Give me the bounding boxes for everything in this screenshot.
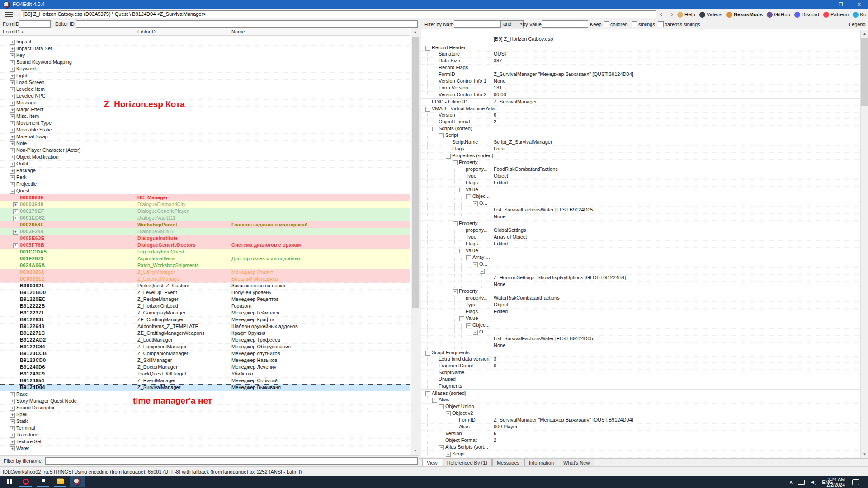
detail-row-script[interactable]: −Script (421, 132, 860, 139)
tree-record-Z_LootManager[interactable]: B9122AD2Z_LootManagerМенеджер Трофееев (0, 337, 410, 344)
tree-record-Z_DoctorManager[interactable]: B91240D6Z_DoctorManagerМенеджер Лечения (0, 364, 410, 371)
tree-scrollbar[interactable]: ▲ ▼ (411, 28, 419, 455)
tree-record-Z_EquipmentManager[interactable]: B9122C84Z_EquipmentManagerМенеджер Обору… (0, 343, 410, 351)
expander-plus-icon[interactable]: + (10, 440, 15, 445)
tree-record-ZE_CraftingManager[interactable]: B9122631ZE_CraftingManagerМенеджер Крафт… (0, 316, 410, 324)
expander-plus-icon[interactable]: + (10, 182, 15, 187)
expander-minus-icon[interactable]: − (466, 194, 471, 199)
detail-row-object-union[interactable]: −Object Union (421, 403, 860, 410)
column-formid[interactable]: FormID (3, 29, 19, 34)
tab-messages[interactable]: Messages (492, 459, 524, 466)
expander-minus-icon[interactable]: − (459, 188, 464, 192)
nav-forward-button[interactable]: › (667, 10, 677, 19)
expander-plus-icon[interactable]: + (10, 47, 15, 52)
tab-information[interactable]: Information (524, 459, 558, 466)
tab-view[interactable]: View (422, 459, 442, 466)
detail-row-form-version[interactable]: Form Version131 (421, 84, 860, 92)
tree-record-AspirationalItems[interactable]: 001F2673AspirationalItemsДля торговцев и… (0, 255, 410, 263)
tree-category-impact[interactable]: +Impact (0, 38, 410, 46)
toolbar-link-discord[interactable]: Discord (794, 12, 819, 18)
tree-record-Z_CompanionManager[interactable]: B9123CCBZ_CompanionManagerМенеджер спутн… (0, 350, 410, 357)
expander-plus-icon[interactable]: + (10, 101, 15, 106)
tree-record-HC_Manager[interactable]: 0000080EHC_Manager (0, 194, 410, 202)
expander-minus-icon[interactable]: − (480, 269, 485, 274)
expander-minus-icon[interactable]: − (439, 404, 444, 409)
expander-plus-icon[interactable]: + (10, 87, 15, 92)
tree-record-Z_SurvivalManager[interactable]: B9124D04Z_SurvivalManagerМенеджер Выжива… (0, 384, 410, 391)
tree-record-DialogueVault81[interactable]: +0003F244DialogueVault81 (0, 228, 410, 235)
tree-category-keyword[interactable]: +Keyword (0, 66, 410, 73)
tree-category-non-player-character-actor[interactable]: +Non-Player Character (Actor) (0, 147, 410, 154)
expander-minus-icon[interactable]: − (453, 289, 458, 294)
expander-plus-icon[interactable]: + (10, 60, 15, 65)
expander-plus-icon[interactable]: + (13, 230, 18, 235)
detail-row-property[interactable]: property...FoodRiskCombatantFactions (421, 166, 860, 173)
detail-row-property[interactable]: −Property (421, 159, 860, 166)
detail-row-value-33[interactable]: − (421, 267, 860, 275)
expander-plus-icon[interactable]: + (10, 433, 15, 438)
tree-record-ZE_CraftingManagerWeapons[interactable]: B912271CZE_CraftingManagerWeaponsКрафт О… (0, 330, 410, 337)
expander-plus-icon[interactable]: + (10, 128, 15, 133)
expander-minus-icon[interactable]: − (466, 323, 471, 328)
expander-plus-icon[interactable]: + (13, 209, 18, 214)
tree-record-WorkshopParent[interactable]: 0002058EWorkshopParentГлавное задание в … (0, 221, 410, 229)
toolbar-link-patreon[interactable]: Patreon (823, 12, 849, 18)
detail-row-alias[interactable]: −Alias (421, 396, 860, 404)
tree-record-DialogueGenericDoctors[interactable]: +0005F76BDialogueGenericDoctorsСистема д… (0, 242, 410, 249)
notification-icon[interactable] (852, 479, 859, 485)
tree-record-PerksQuest_Z_Custom[interactable]: B9000921PerksQuest_Z_CustomЗаказ квестов… (0, 282, 410, 290)
taskbar-fo4edit-icon[interactable] (70, 476, 85, 487)
taskbar-steam-icon[interactable] (35, 476, 51, 487)
detail-row-value-44[interactable]: None (421, 342, 860, 349)
tree-scrollbar-thumb[interactable] (412, 37, 419, 308)
expander-minus-icon[interactable]: − (425, 351, 430, 356)
tree-record-LegendaryItemQuest[interactable]: 001CCDA5LegendaryItemQuest (0, 249, 410, 256)
taskbar-explorer-icon[interactable] (52, 476, 68, 487)
expander-plus-icon[interactable]: + (10, 446, 15, 451)
tree-record-Z_LevelUp_Event[interactable]: B9121BD0Z_LevelUp_EventПолучен уровень (0, 289, 410, 296)
tree-record-DialogueGenericPlayer[interactable]: +000179EFDialogueGenericPlayer (0, 208, 410, 215)
tree-category-light[interactable]: +Light (0, 72, 410, 80)
expander-plus-icon[interactable]: + (13, 216, 18, 221)
detail-row-data-size[interactable]: Data Size387 (421, 57, 860, 65)
detail-row-formid[interactable]: FormIDZ_SurvivalManager "Менеджер Выжива… (421, 417, 860, 424)
expander-minus-icon[interactable]: − (425, 46, 430, 51)
detail-row-o[interactable]: −O... (421, 200, 860, 207)
expander-minus-icon[interactable]: − (466, 255, 471, 260)
tree-record-Z_RecipeManager[interactable]: B91220ECZ_RecipeManagerМенеджер Рецептов (0, 296, 410, 303)
detail-row-signature[interactable]: SignatureQUST (421, 51, 860, 58)
expander-minus-icon[interactable]: − (439, 445, 444, 450)
expander-plus-icon[interactable]: + (13, 202, 18, 207)
detail-row-flags[interactable]: FlagsEdited (421, 308, 860, 315)
tree-record-Z_ExternalManager[interactable]: 0C003312Z_ExternalManagerВнешний Менедже… (0, 276, 410, 283)
detail-row-flags[interactable]: FlagsEdited (421, 179, 860, 187)
detail-row-scripts-sorted[interactable]: −Scripts (sorted) (421, 125, 860, 132)
tray-chevron-up-icon[interactable]: ∧ (789, 479, 793, 485)
detail-row-properties-sorted[interactable]: −Properties (sorted) (421, 152, 860, 160)
tree-record-AddonItems_Z_TEMPLATE[interactable]: B9122648AddonItems_Z_TEMPLATEШаблон оруж… (0, 323, 410, 330)
expander-minus-icon[interactable]: − (10, 189, 15, 194)
scroll-up-icon[interactable]: ▲ (861, 30, 868, 38)
network-icon[interactable] (798, 480, 805, 485)
expander-plus-icon[interactable]: + (10, 53, 15, 58)
tree-category-impact-data-set[interactable]: +Impact Data Set (0, 45, 410, 52)
expander-minus-icon[interactable]: − (425, 391, 430, 396)
toolbar-link-nexusmods[interactable]: NexusMods (726, 12, 763, 18)
detail-row-value-25[interactable]: None (421, 213, 860, 221)
keep-children-checkbox[interactable] (604, 21, 609, 27)
speaker-icon[interactable]: ◄) (810, 479, 816, 485)
expander-plus-icon[interactable]: + (10, 392, 15, 397)
menu-icon[interactable] (5, 11, 13, 18)
tree-category-magic-effect[interactable]: +Magic Effect (0, 106, 410, 113)
tree-category-projectile[interactable]: +Projectile (0, 181, 410, 188)
tab-what-s-new[interactable]: What's New (559, 459, 594, 466)
expander-plus-icon[interactable]: + (10, 399, 15, 404)
detail-row-version[interactable]: Version6 (421, 430, 860, 437)
detail-row-version[interactable]: Version6 (421, 112, 860, 119)
expander-plus-icon[interactable]: + (10, 121, 15, 126)
detail-row-formid[interactable]: FormIDZ_SurvivalManager "Менеджер Выжива… (421, 71, 860, 78)
tree-category-transform[interactable]: +Transform (0, 432, 410, 439)
expander-plus-icon[interactable]: + (10, 155, 15, 160)
expander-plus-icon[interactable]: + (10, 114, 15, 119)
detail-row-o[interactable]: −O... (421, 328, 860, 336)
